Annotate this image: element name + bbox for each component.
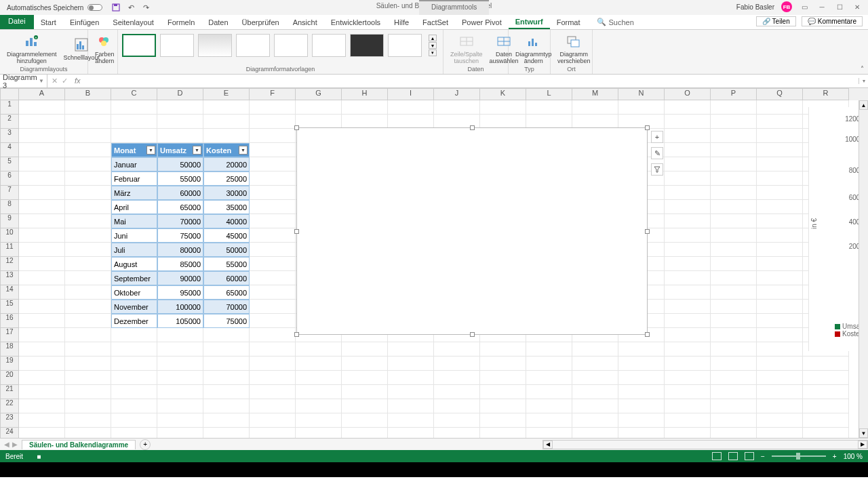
style-thumb-2[interactable] bbox=[160, 34, 194, 57]
cell[interactable] bbox=[19, 285, 65, 300]
cell[interactable]: 50000 bbox=[157, 157, 203, 171]
cell[interactable] bbox=[480, 371, 526, 385]
cell[interactable]: 105000 bbox=[157, 314, 203, 328]
cell[interactable]: 35000 bbox=[203, 200, 250, 214]
cell[interactable]: 75000 bbox=[203, 314, 250, 328]
cell[interactable] bbox=[157, 100, 203, 115]
style-thumb-3[interactable] bbox=[198, 34, 232, 57]
column-header[interactable]: I bbox=[388, 88, 434, 100]
cell[interactable] bbox=[19, 300, 65, 314]
cell[interactable] bbox=[296, 115, 342, 129]
cell[interactable] bbox=[342, 385, 388, 399]
cell[interactable] bbox=[757, 428, 803, 438]
cell[interactable] bbox=[19, 100, 65, 115]
cell[interactable]: 55000 bbox=[157, 171, 203, 186]
normal-view-icon[interactable] bbox=[712, 452, 722, 460]
confirm-entry-icon[interactable]: ✓ bbox=[62, 77, 68, 85]
cell[interactable] bbox=[711, 100, 757, 115]
cell[interactable] bbox=[757, 243, 803, 257]
page-layout-view-icon[interactable] bbox=[728, 452, 738, 460]
cell[interactable] bbox=[572, 342, 618, 357]
cell[interactable] bbox=[757, 143, 803, 157]
cell[interactable]: 65000 bbox=[157, 200, 203, 214]
cell[interactable] bbox=[618, 413, 665, 428]
style-thumb-8[interactable] bbox=[388, 34, 422, 57]
cell[interactable] bbox=[65, 243, 111, 257]
cell[interactable] bbox=[434, 357, 480, 371]
cell[interactable]: 70000 bbox=[157, 214, 203, 228]
cell[interactable] bbox=[757, 300, 803, 314]
cell[interactable] bbox=[19, 357, 65, 371]
cell[interactable] bbox=[19, 328, 65, 342]
column-header[interactable]: K bbox=[480, 88, 526, 100]
cell[interactable] bbox=[711, 271, 757, 285]
cell[interactable] bbox=[711, 115, 757, 129]
page-break-view-icon[interactable] bbox=[745, 452, 754, 460]
row-header[interactable]: 18 bbox=[0, 342, 19, 357]
column-header[interactable]: Q bbox=[757, 88, 803, 100]
chart-object[interactable]: + ✎ bbox=[296, 127, 648, 335]
sheet-tab[interactable]: Säulen- und Balkendiagramme bbox=[22, 440, 136, 449]
cell[interactable] bbox=[665, 257, 711, 271]
cell[interactable] bbox=[711, 143, 757, 157]
cell[interactable] bbox=[572, 428, 618, 438]
column-header[interactable]: G bbox=[296, 88, 342, 100]
cell[interactable] bbox=[111, 428, 157, 438]
cell[interactable] bbox=[111, 357, 157, 371]
cell[interactable] bbox=[296, 357, 342, 371]
cell[interactable]: November bbox=[111, 300, 157, 314]
cell[interactable] bbox=[757, 385, 803, 399]
style-thumb-6[interactable] bbox=[312, 34, 346, 57]
row-header[interactable]: 8 bbox=[0, 200, 19, 214]
cell[interactable] bbox=[203, 342, 250, 357]
tab-einfuegen[interactable]: Einfügen bbox=[63, 15, 106, 29]
cell[interactable] bbox=[19, 171, 65, 186]
cell[interactable]: 95000 bbox=[157, 285, 203, 300]
cell[interactable]: 60000 bbox=[157, 186, 203, 200]
cell[interactable] bbox=[203, 129, 250, 143]
cell[interactable] bbox=[111, 100, 157, 115]
resize-handle[interactable] bbox=[645, 229, 650, 234]
cell[interactable] bbox=[757, 371, 803, 385]
cell[interactable] bbox=[803, 385, 849, 399]
cell[interactable] bbox=[480, 385, 526, 399]
cell[interactable] bbox=[250, 186, 296, 200]
style-thumb-5[interactable] bbox=[274, 34, 308, 57]
cell[interactable] bbox=[711, 243, 757, 257]
cell[interactable]: 50000 bbox=[203, 243, 250, 257]
cell[interactable] bbox=[296, 371, 342, 385]
cell[interactable] bbox=[19, 342, 65, 357]
scroll-right-icon[interactable]: ▶ bbox=[858, 441, 867, 449]
cell[interactable] bbox=[572, 399, 618, 413]
cell[interactable] bbox=[711, 399, 757, 413]
cell[interactable] bbox=[250, 228, 296, 243]
cell[interactable] bbox=[665, 428, 711, 438]
cell[interactable] bbox=[665, 371, 711, 385]
cell[interactable] bbox=[65, 428, 111, 438]
cell[interactable] bbox=[757, 342, 803, 357]
zoom-level[interactable]: 100 % bbox=[844, 453, 863, 460]
style-thumb-4[interactable] bbox=[236, 34, 270, 57]
cell[interactable] bbox=[342, 413, 388, 428]
cell[interactable] bbox=[250, 413, 296, 428]
row-header[interactable]: 17 bbox=[0, 328, 19, 342]
cell[interactable] bbox=[250, 214, 296, 228]
tab-start[interactable]: Start bbox=[34, 15, 63, 29]
cell[interactable] bbox=[250, 428, 296, 438]
cell[interactable] bbox=[618, 371, 665, 385]
cell[interactable] bbox=[65, 200, 111, 214]
cell[interactable] bbox=[665, 171, 711, 186]
name-box[interactable]: Diagramm 3▼ bbox=[0, 73, 47, 89]
zoom-slider[interactable] bbox=[772, 455, 826, 457]
cell[interactable] bbox=[342, 115, 388, 129]
row-header[interactable]: 4 bbox=[0, 143, 19, 157]
change-colors-button[interactable]: Farben ändern bbox=[92, 31, 117, 66]
cell[interactable]: 65000 bbox=[203, 285, 250, 300]
minimize-icon[interactable]: ─ bbox=[816, 2, 827, 12]
cell[interactable] bbox=[526, 100, 572, 115]
cell[interactable] bbox=[572, 413, 618, 428]
cell[interactable] bbox=[711, 371, 757, 385]
cell[interactable] bbox=[526, 413, 572, 428]
cell[interactable] bbox=[342, 371, 388, 385]
cell[interactable] bbox=[19, 413, 65, 428]
